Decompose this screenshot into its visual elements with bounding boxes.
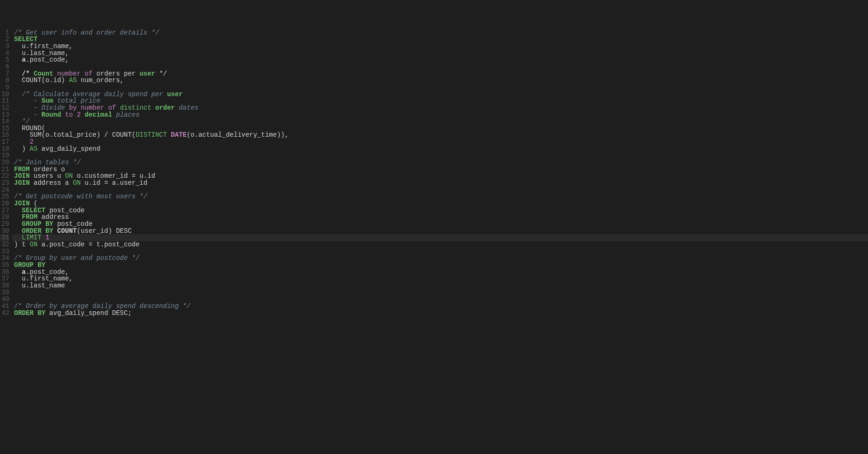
code-line[interactable] xyxy=(12,84,868,91)
code-line[interactable]: - Divide by number of distinct order dat… xyxy=(12,105,868,112)
code-token: u.last_name xyxy=(14,282,65,289)
code-token: - xyxy=(14,97,42,105)
code-token: number xyxy=(81,104,108,112)
code-line[interactable]: LIMIT 1 xyxy=(12,234,868,241)
code-line[interactable] xyxy=(12,248,868,255)
code-token: ORDER BY xyxy=(14,309,45,317)
code-line[interactable]: /* Join tables */ xyxy=(12,159,868,166)
code-token: Sum xyxy=(42,97,53,105)
code-line[interactable] xyxy=(12,187,868,194)
code-editor[interactable]: 1234567891011121314151617181920212223242… xyxy=(0,28,868,317)
code-area[interactable]: /* Get user info and order details */SEL… xyxy=(12,29,868,317)
code-line[interactable]: /* Order by average daily spend descendi… xyxy=(12,303,868,310)
code-line[interactable]: a.post_code, xyxy=(12,56,868,63)
line-number: 11 xyxy=(0,98,9,105)
code-token: address a xyxy=(30,179,73,187)
code-token: DISTINCT xyxy=(135,131,171,139)
line-number: 27 xyxy=(0,207,9,214)
line-number: 36 xyxy=(0,269,9,276)
code-token: post_code xyxy=(53,220,92,228)
code-token: (o.actual_delivery_time)), xyxy=(187,131,289,139)
code-line[interactable]: /* Get postcode with most users */ xyxy=(12,193,868,200)
code-token: a xyxy=(22,56,26,63)
code-line[interactable]: /* Calculate average daily spend per use… xyxy=(12,91,868,98)
code-line[interactable]: GROUP BY post_code xyxy=(12,221,868,228)
code-line[interactable]: COUNT(o.id) AS num_orders, xyxy=(12,77,868,84)
code-token: avg_daily_spend DESC; xyxy=(45,309,132,317)
code-line[interactable]: ) t ON a.post_code = t.post_code xyxy=(12,241,868,248)
code-token: */ xyxy=(14,118,30,125)
code-line[interactable]: SELECT xyxy=(12,36,868,43)
code-line[interactable] xyxy=(12,152,868,159)
line-number-gutter: 1234567891011121314151617181920212223242… xyxy=(0,29,12,317)
line-number: 26 xyxy=(0,200,9,207)
code-line[interactable]: JOIN address a ON u.id = a.user_id xyxy=(12,180,868,187)
code-token: total price xyxy=(53,97,100,105)
code-token xyxy=(14,213,22,221)
code-token: AS xyxy=(69,77,81,84)
code-token: DATE xyxy=(171,131,187,139)
code-token xyxy=(14,220,22,228)
code-line[interactable]: */ xyxy=(12,118,868,125)
code-token: ) t xyxy=(14,241,30,248)
code-line[interactable]: a.post_code, xyxy=(12,269,868,276)
line-number: 39 xyxy=(0,289,9,296)
code-token: SELECT xyxy=(14,35,37,43)
line-number: 4 xyxy=(0,50,9,57)
code-line[interactable] xyxy=(12,289,868,296)
code-token: 2 xyxy=(77,111,85,119)
code-line[interactable]: ROUND( xyxy=(12,125,868,132)
line-number: 7 xyxy=(0,70,9,77)
code-line[interactable]: JOIN users u ON o.customer_id = u.id xyxy=(12,173,868,180)
code-line[interactable]: SUM(o.total_price) / COUNT(DISTINCT DATE… xyxy=(12,132,868,139)
code-token: /* Get postcode with most users */ xyxy=(14,193,148,200)
code-token xyxy=(14,91,22,98)
code-line[interactable]: /* Get user info and order details */ xyxy=(12,29,868,36)
code-line[interactable] xyxy=(12,296,868,303)
code-line[interactable]: JOIN ( xyxy=(12,200,868,207)
code-token: JOIN xyxy=(14,179,30,187)
line-number: 24 xyxy=(0,187,9,194)
code-line[interactable]: u.last_name, xyxy=(12,50,868,57)
code-token: Round xyxy=(42,111,65,119)
line-number: 22 xyxy=(0,173,9,180)
line-number: 20 xyxy=(0,159,9,166)
line-number: 25 xyxy=(0,193,9,200)
code-line[interactable]: u.first_name, xyxy=(12,275,868,282)
code-line[interactable]: ) AS avg_daily_spend xyxy=(12,146,868,153)
code-line[interactable]: GROUP BY xyxy=(12,262,868,269)
code-token: /* xyxy=(22,70,34,77)
code-token: /* Join tables */ xyxy=(14,159,81,166)
code-token: number xyxy=(57,70,85,77)
line-number: 14 xyxy=(0,118,9,125)
code-line[interactable]: /* Count number of orders per user */ xyxy=(12,70,868,77)
code-line[interactable]: SELECT post_code xyxy=(12,207,868,214)
code-token: - xyxy=(14,111,42,119)
code-token: ROUND( xyxy=(14,125,45,132)
code-line[interactable]: ORDER BY COUNT(user_id) DESC xyxy=(12,228,868,235)
code-line[interactable]: - Round to 2 decimal places xyxy=(12,112,868,119)
code-line[interactable]: - Sum total price xyxy=(12,98,868,105)
code-token: Count xyxy=(34,70,57,77)
code-token: o.customer_id = u.id xyxy=(73,172,155,180)
code-token: SUM(o.total_price) / COUNT( xyxy=(14,131,135,139)
code-line[interactable]: u.last_name xyxy=(12,282,868,289)
line-number: 30 xyxy=(0,228,9,235)
code-line[interactable] xyxy=(12,63,868,70)
code-line[interactable]: FROM orders o xyxy=(12,166,868,173)
code-line[interactable]: /* Group by user and postcode */ xyxy=(12,255,868,262)
code-token: AS xyxy=(30,145,38,153)
code-line[interactable]: FROM address xyxy=(12,214,868,221)
code-line[interactable]: u.first_name, xyxy=(12,43,868,50)
code-token: to xyxy=(65,111,77,119)
line-number: 13 xyxy=(0,112,9,119)
line-number: 6 xyxy=(0,63,9,70)
code-token: GROUP BY xyxy=(22,220,53,228)
code-token: user xyxy=(167,91,183,98)
code-line[interactable]: ORDER BY avg_daily_spend DESC; xyxy=(12,310,868,317)
code-line[interactable]: 2 xyxy=(12,139,868,146)
code-token: orders o xyxy=(30,166,65,173)
line-number: 3 xyxy=(0,43,9,50)
code-token xyxy=(14,268,22,276)
code-token: JOIN xyxy=(14,200,30,207)
